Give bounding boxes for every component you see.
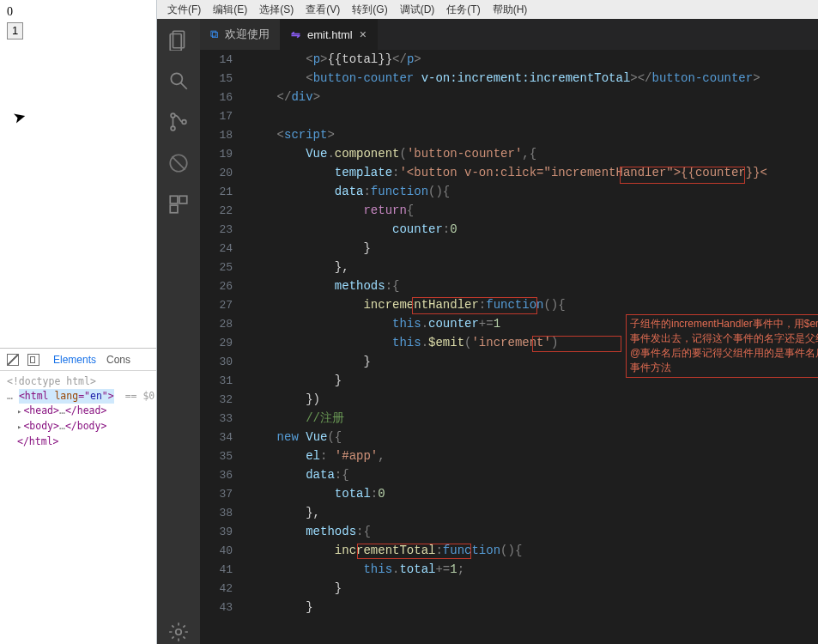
code-content: methods:{ bbox=[248, 279, 399, 293]
code-content: this.counter+=1 bbox=[248, 317, 500, 331]
svg-line-8 bbox=[172, 156, 185, 169]
code-content: el: '#app', bbox=[248, 449, 385, 463]
line-number: 36 bbox=[200, 469, 248, 482]
annotation-box bbox=[532, 336, 621, 352]
svg-point-12 bbox=[176, 629, 182, 635]
svg-point-6 bbox=[182, 120, 186, 125]
line-number: 28 bbox=[200, 318, 248, 331]
code-line[interactable]: 42 } bbox=[200, 579, 818, 598]
search-icon[interactable] bbox=[167, 69, 191, 93]
code-line[interactable]: 16 </div> bbox=[200, 88, 818, 106]
code-line[interactable]: 15 <button-counter v-on:increment:increm… bbox=[200, 69, 818, 88]
doctype-node: <!doctype html> bbox=[7, 375, 96, 387]
line-number: 22 bbox=[200, 204, 248, 217]
svg-point-2 bbox=[171, 73, 182, 84]
line-number: 18 bbox=[200, 129, 248, 142]
code-line[interactable]: 32 }) bbox=[200, 390, 818, 409]
menu-debug[interactable]: 调试(D) bbox=[395, 3, 440, 17]
line-number: 30 bbox=[200, 355, 248, 368]
menu-tasks[interactable]: 任务(T) bbox=[441, 3, 485, 17]
code-content: </div> bbox=[248, 90, 320, 104]
line-number: 43 bbox=[200, 601, 248, 614]
line-number: 32 bbox=[200, 393, 248, 406]
dom-tree[interactable]: <!doctype html> … <html lang="en"> == $0… bbox=[0, 371, 156, 453]
code-content: this.$emit('increment') bbox=[248, 336, 558, 349]
code-line[interactable]: 35 el: '#app', bbox=[200, 447, 818, 465]
browser-preview-pane: 0 1 ➤ Elements Cons <!doctype html> … <h… bbox=[0, 0, 157, 644]
code-editor[interactable]: 14 <p>{{total}}</p>15 <button-counter v-… bbox=[200, 50, 818, 644]
code-content: methods:{ bbox=[248, 525, 371, 538]
annotation-text: 子组件的incrementHandler事件中，用$emit将事件发出去，记得这… bbox=[626, 314, 818, 378]
tab-console[interactable]: Cons bbox=[106, 354, 130, 366]
extensions-icon[interactable] bbox=[167, 192, 191, 216]
inspect-element-icon[interactable] bbox=[7, 354, 19, 366]
code-line[interactable]: 33 //注册 bbox=[200, 409, 818, 428]
code-line[interactable]: 18 <script> bbox=[200, 125, 818, 144]
tab-label: 欢迎使用 bbox=[225, 27, 270, 42]
menu-edit[interactable]: 编辑(E) bbox=[208, 3, 252, 17]
code-line[interactable]: 25 }, bbox=[200, 258, 818, 276]
line-number: 17 bbox=[200, 110, 248, 123]
code-line[interactable]: 43 } bbox=[200, 598, 818, 617]
debug-icon[interactable] bbox=[167, 151, 191, 175]
menubar: 文件(F) 编辑(E) 选择(S) 查看(V) 转到(G) 调试(D) 任务(T… bbox=[157, 0, 818, 19]
svg-point-5 bbox=[171, 126, 175, 131]
selected-marker: == $0 bbox=[125, 390, 155, 402]
line-number: 25 bbox=[200, 261, 248, 274]
menu-file[interactable]: 文件(F) bbox=[162, 3, 206, 17]
tab-emit-html[interactable]: ⇋ emit.html × bbox=[281, 19, 378, 50]
svg-line-3 bbox=[181, 83, 187, 89]
code-line[interactable]: 14 <p>{{total}}</p> bbox=[200, 50, 818, 69]
tab-elements[interactable]: Elements bbox=[53, 354, 96, 366]
menu-goto[interactable]: 转到(G) bbox=[347, 3, 392, 17]
code-content: data:{ bbox=[248, 468, 349, 482]
html-node[interactable]: <html lang="en"> bbox=[19, 389, 114, 404]
svg-rect-10 bbox=[179, 196, 187, 204]
code-line[interactable]: 17 bbox=[200, 106, 818, 125]
line-number: 23 bbox=[200, 223, 248, 236]
settings-gear-icon[interactable] bbox=[167, 620, 191, 644]
code-content: this.total+=1; bbox=[248, 562, 464, 576]
code-line[interactable]: 21 data:function(){ bbox=[200, 182, 818, 201]
menu-select[interactable]: 选择(S) bbox=[254, 3, 299, 17]
code-line[interactable]: 39 methods:{ bbox=[200, 522, 818, 541]
code-line[interactable]: 41 this.total+=1; bbox=[200, 560, 818, 579]
code-content: //注册 bbox=[248, 410, 344, 426]
code-content: data:function(){ bbox=[248, 185, 450, 198]
line-number: 15 bbox=[200, 72, 248, 85]
code-line[interactable]: 26 methods:{ bbox=[200, 276, 818, 295]
code-content: return{ bbox=[248, 204, 414, 217]
source-control-icon[interactable] bbox=[167, 110, 191, 134]
counter-button[interactable]: 1 bbox=[7, 22, 23, 39]
code-content: }) bbox=[248, 392, 320, 406]
code-content: }, bbox=[248, 506, 320, 519]
code-line[interactable]: 40 incrementTotal:function(){ bbox=[200, 541, 818, 560]
code-line[interactable]: 36 data:{ bbox=[200, 465, 818, 484]
close-icon[interactable]: × bbox=[360, 27, 367, 41]
annotation-box bbox=[412, 297, 537, 314]
line-number: 24 bbox=[200, 242, 248, 255]
code-content: <script> bbox=[248, 128, 335, 142]
code-line[interactable]: 38 }, bbox=[200, 503, 818, 522]
code-content: }, bbox=[248, 260, 349, 274]
line-number: 35 bbox=[200, 450, 248, 463]
device-toolbar-icon[interactable] bbox=[27, 354, 39, 366]
line-number: 42 bbox=[200, 582, 248, 595]
code-line[interactable]: 24 } bbox=[200, 239, 818, 258]
devtools-panel: Elements Cons <!doctype html> … <html la… bbox=[0, 348, 156, 644]
files-icon[interactable] bbox=[167, 27, 191, 52]
line-number: 16 bbox=[200, 91, 248, 104]
code-line[interactable]: 34 new Vue({ bbox=[200, 428, 818, 447]
code-line[interactable]: 22 return{ bbox=[200, 201, 818, 220]
menu-help[interactable]: 帮助(H) bbox=[488, 3, 533, 17]
annotation-box bbox=[620, 167, 745, 184]
code-line[interactable]: 23 counter:0 bbox=[200, 220, 818, 239]
code-line[interactable]: 19 Vue.component('button-counter',{ bbox=[200, 144, 818, 163]
code-content: <button-counter v-on:increment:increment… bbox=[248, 71, 760, 85]
menu-view[interactable]: 查看(V) bbox=[300, 3, 345, 17]
code-line[interactable]: 37 total:0 bbox=[200, 484, 818, 503]
line-number: 20 bbox=[200, 167, 248, 179]
code-content: } bbox=[248, 581, 342, 595]
tab-welcome[interactable]: ⧉ 欢迎使用 bbox=[200, 19, 281, 50]
html-file-icon: ⇋ bbox=[291, 28, 300, 41]
